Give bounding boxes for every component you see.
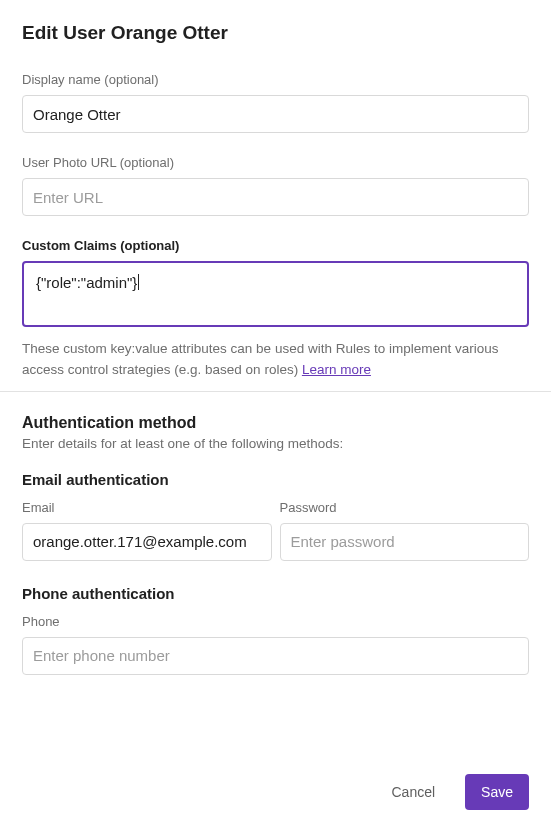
custom-claims-field: Custom Claims (optional) {"role":"admin"… [22,238,529,381]
phone-auth-heading: Phone authentication [22,585,529,602]
section-divider [0,391,551,392]
password-field: Password [280,500,530,561]
custom-claims-label: Custom Claims (optional) [22,238,529,253]
auth-section: Authentication method Enter details for … [22,414,529,697]
phone-field: Phone [22,614,529,675]
email-label: Email [22,500,272,515]
auth-heading: Authentication method [22,414,529,432]
email-field: Email [22,500,272,561]
photo-url-label: User Photo URL (optional) [22,155,529,170]
photo-url-field: User Photo URL (optional) [22,155,529,216]
custom-claims-input[interactable]: {"role":"admin"} [22,261,529,327]
email-auth-row: Email Password [22,500,529,561]
password-label: Password [280,500,530,515]
edit-user-dialog: Edit User Orange Otter Display name (opt… [0,0,551,832]
phone-label: Phone [22,614,529,629]
display-name-label: Display name (optional) [22,72,529,87]
email-input[interactable] [22,523,272,561]
save-button[interactable]: Save [465,774,529,810]
password-input[interactable] [280,523,530,561]
dialog-title: Edit User Orange Otter [22,22,529,44]
cancel-button[interactable]: Cancel [375,774,451,810]
phone-input[interactable] [22,637,529,675]
learn-more-link[interactable]: Learn more [302,362,371,377]
email-auth-heading: Email authentication [22,471,529,488]
photo-url-input[interactable] [22,178,529,216]
display-name-field: Display name (optional) [22,72,529,133]
auth-subheading: Enter details for at least one of the fo… [22,436,529,451]
custom-claims-helper: These custom key:value attributes can be… [22,339,529,381]
display-name-input[interactable] [22,95,529,133]
custom-claims-helper-text: These custom key:value attributes can be… [22,341,498,377]
dialog-footer: Cancel Save [22,754,529,810]
